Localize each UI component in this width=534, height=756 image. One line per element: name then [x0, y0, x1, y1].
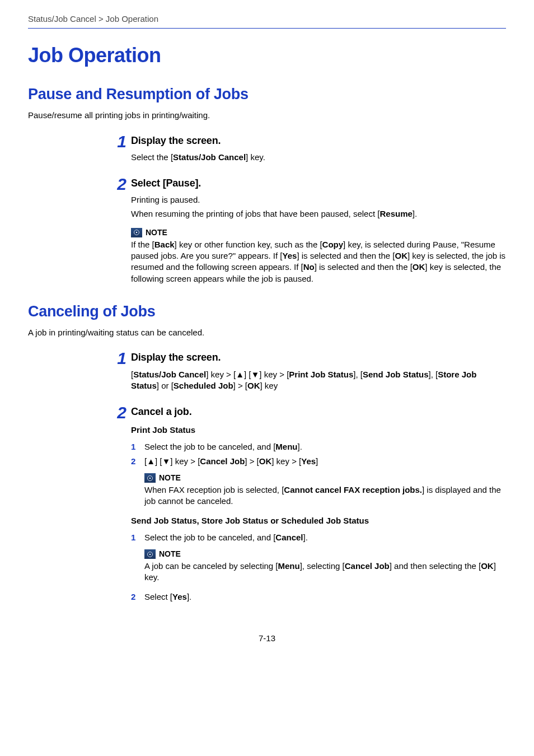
step-number: 2 [107, 176, 127, 192]
header-divider [28, 28, 506, 29]
sub-step-text: Select [Yes]. [144, 591, 506, 603]
step-body: Cancel a job. Print Job Status 1 Select … [131, 405, 506, 606]
note-label: NOTE [146, 227, 167, 238]
sub-step: 1 Select the job to be canceled, and [Me… [131, 441, 506, 452]
section-intro-pause: Pause/resume all printing jobs in printi… [28, 110, 506, 121]
breadcrumb: Status/Job Cancel > Job Operation [28, 13, 506, 25]
section-title-cancel: Canceling of Jobs [28, 301, 506, 321]
step-text: Printing is paused. [131, 194, 506, 206]
note-box: NOTE If the [Back] key or other function… [131, 227, 506, 284]
sub-step: 1 Select the job to be canceled, and [Ca… [131, 532, 506, 543]
sub-step: 2 Select [Yes]. [131, 591, 506, 603]
sub-heading: Print Job Status [131, 424, 506, 436]
note-header: NOTE [131, 227, 506, 238]
note-box: NOTE When FAX reception job is selected,… [144, 473, 506, 507]
sub-step: 2 [▲] [▼] key > [Cancel Job] > [OK] key … [131, 456, 506, 467]
step-body: Display the screen. Select the [Status/J… [131, 134, 506, 166]
step-text: When resuming the printing of jobs that … [131, 208, 506, 220]
navigation-path: [Status/Job Cancel] key > [▲] [▼] key > … [131, 369, 506, 392]
sub-step-number: 2 [131, 456, 141, 467]
step-block: 1 Display the screen. Select the [Status… [28, 134, 506, 166]
sub-step-number: 2 [131, 591, 141, 603]
step-body: Display the screen. [Status/Job Cancel] … [131, 351, 506, 394]
step-number: 1 [107, 351, 127, 366]
note-icon [144, 549, 156, 559]
step-title: Display the screen. [131, 351, 506, 364]
step-number: 1 [107, 134, 127, 149]
step-title: Display the screen. [131, 134, 506, 147]
note-label: NOTE [159, 473, 181, 483]
sub-step-text: Select the job to be canceled, and [Canc… [144, 532, 506, 543]
step-block: 2 Select [Pause]. Printing is paused. Wh… [28, 176, 506, 286]
section-intro-cancel: A job in printing/waiting status can be … [28, 327, 506, 338]
page-number: 7-13 [28, 633, 506, 644]
sub-step-text: [▲] [▼] key > [Cancel Job] > [OK] key > … [144, 456, 506, 467]
note-box: NOTE A job can be canceled by selecting … [144, 549, 506, 583]
sub-step-number: 1 [131, 441, 141, 452]
step-block: 1 Display the screen. [Status/Job Cancel… [28, 351, 506, 394]
page-title: Job Operation [28, 42, 506, 69]
note-text: When FAX reception job is selected, [Can… [144, 484, 506, 507]
sub-step-number: 1 [131, 532, 141, 543]
sub-heading: Send Job Status, Store Job Status or Sch… [131, 515, 506, 526]
sub-step-text: Select the job to be canceled, and [Menu… [144, 441, 506, 452]
note-icon [144, 473, 156, 483]
note-text: If the [Back] key or other function key,… [131, 239, 506, 284]
step-block: 2 Cancel a job. Print Job Status 1 Selec… [28, 405, 506, 606]
step-title: Select [Pause]. [131, 176, 506, 190]
step-body: Select [Pause]. Printing is paused. When… [131, 176, 506, 286]
step-number: 2 [107, 405, 127, 420]
section-title-pause: Pause and Resumption of Jobs [28, 84, 506, 104]
note-icon [131, 228, 142, 237]
note-header: NOTE [144, 473, 506, 483]
note-label: NOTE [159, 549, 181, 559]
note-header: NOTE [144, 549, 506, 559]
step-text: Select the [Status/Job Cancel] key. [131, 152, 506, 163]
note-text: A job can be canceled by selecting [Menu… [144, 561, 506, 584]
step-title: Cancel a job. [131, 405, 506, 418]
document-page: Status/Job Cancel > Job Operation Job Op… [0, 0, 534, 756]
